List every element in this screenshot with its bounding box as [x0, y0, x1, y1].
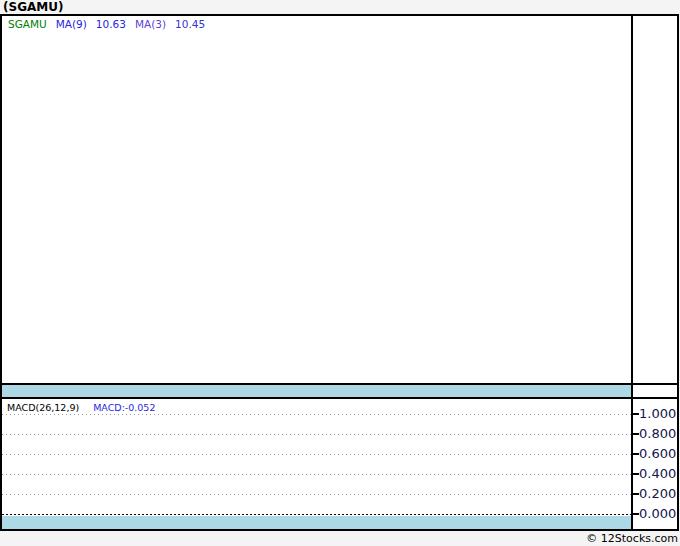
- macd-indicator-value: MACD:-0.052: [93, 402, 155, 413]
- gridline: [2, 414, 631, 415]
- page: (SGAMU) SGAMUMA(9)10.63MA(3)10.45 MACD(2…: [0, 0, 680, 546]
- legend-symbol: SGAMU: [8, 18, 47, 30]
- gridline: [2, 474, 631, 475]
- axis-tick-label: 0.400: [639, 466, 676, 482]
- watermark-credit: © 12Stocks.com: [586, 532, 678, 545]
- highlight-band-bottom: [2, 516, 631, 529]
- legend-ma3-label: MA(3): [135, 18, 166, 30]
- legend-ma9-value: 10.63: [96, 18, 126, 30]
- price-chart-pane: SGAMUMA(9)10.63MA(3)10.45: [2, 16, 631, 383]
- highlight-band-top: [2, 385, 631, 397]
- axis-tick-label: 1.000: [639, 406, 676, 422]
- axis-tick-label: 0.600: [639, 446, 676, 462]
- page-title: (SGAMU): [3, 0, 63, 14]
- axis-tick-label: 0.800: [639, 426, 676, 442]
- gridline: [2, 454, 631, 455]
- gridline: [2, 434, 631, 435]
- chart-frame: SGAMUMA(9)10.63MA(3)10.45 MACD(26,12,9)M…: [0, 14, 679, 531]
- gridline: [2, 494, 631, 495]
- axis-tick-label: 0.200: [639, 486, 676, 502]
- macd-pane: MACD(26,12,9)MACD:-0.052: [2, 399, 631, 529]
- macd-legend: MACD(26,12,9)MACD:-0.052: [7, 402, 155, 414]
- zero-gridline: [2, 514, 631, 515]
- macd-indicator-label: MACD(26,12,9): [7, 402, 79, 413]
- legend-ma9-label: MA(9): [56, 18, 87, 30]
- price-legend: SGAMUMA(9)10.63MA(3)10.45: [8, 18, 214, 31]
- legend-ma3-value: 10.45: [175, 18, 205, 30]
- axis-tick-label: 0.000: [639, 506, 676, 522]
